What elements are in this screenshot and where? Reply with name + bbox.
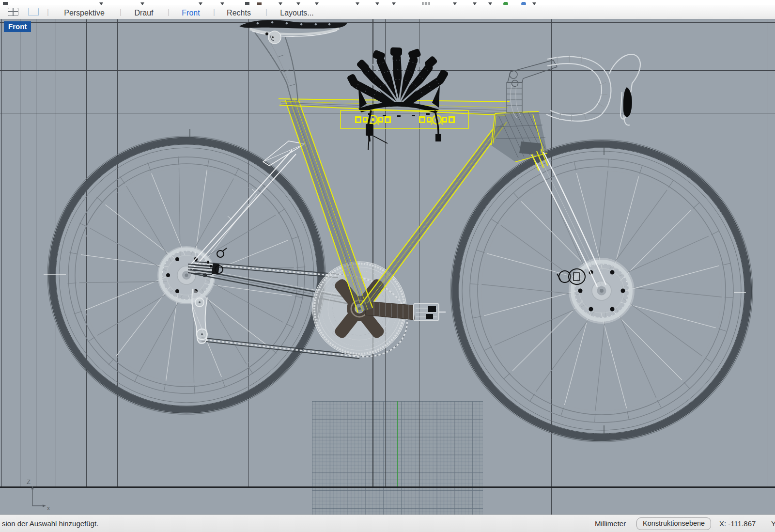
- tab-perspektive[interactable]: Perspektive: [64, 9, 105, 17]
- toolbar-strip[interactable]: [0, 0, 775, 5]
- four-pane-layout-icon[interactable]: [8, 8, 18, 16]
- viewport-badge[interactable]: Front: [4, 21, 31, 32]
- tab-separator: |: [120, 8, 122, 16]
- tab-front[interactable]: Front: [182, 9, 200, 17]
- front-disc-rotor: [569, 258, 635, 324]
- rear-disc-rotor: [157, 246, 216, 304]
- svg-text:Z: Z: [27, 478, 31, 485]
- brake-hood: [609, 54, 640, 125]
- units-label[interactable]: Millimeter: [595, 519, 626, 528]
- status-message: sion der Auswahl hinzugefügt.: [2, 519, 98, 528]
- seatstay: [189, 141, 305, 269]
- y-coordinate-clipped: Y: [771, 519, 775, 528]
- helmet[interactable]: [346, 47, 449, 152]
- frame-down-tube[interactable]: [360, 122, 507, 305]
- handlebar[interactable]: [546, 54, 640, 125]
- x-coordinate: X: -111.867: [719, 519, 756, 528]
- single-pane-layout-icon[interactable]: [28, 8, 39, 16]
- viewport-front[interactable]: Front Z x: [0, 19, 775, 515]
- rear-derailleur: [192, 289, 207, 344]
- viewport-canvas: Z x: [0, 19, 775, 515]
- tab-separator: |: [168, 8, 170, 16]
- saddle[interactable]: [239, 20, 347, 44]
- tab-separator: |: [265, 8, 267, 16]
- tab-separator: |: [47, 8, 49, 16]
- axis-gizmo: Z x: [27, 478, 50, 512]
- tab-drauf[interactable]: Drauf: [134, 9, 153, 17]
- helmet-straps: [366, 110, 441, 150]
- tab-separator: |: [213, 8, 215, 16]
- tab-rechts[interactable]: Rechts: [227, 9, 251, 17]
- front-thru-axle: [557, 269, 585, 284]
- rear-wheel[interactable]: [44, 129, 326, 414]
- cplane-button[interactable]: Konstruktionsebene: [636, 517, 711, 530]
- frame-head-tube[interactable]: [491, 111, 547, 162]
- svg-text:x: x: [47, 505, 50, 512]
- viewport-tab-bar: |||||PerspektiveDraufFrontRechtsLayouts.…: [0, 5, 775, 19]
- front-wheel[interactable]: [450, 140, 753, 442]
- tab-layouts[interactable]: Layouts...: [280, 9, 313, 17]
- status-bar: sion der Auswahl hinzugefügt. Millimeter…: [0, 515, 775, 532]
- crankset[interactable]: [312, 262, 446, 356]
- stem: [507, 60, 557, 118]
